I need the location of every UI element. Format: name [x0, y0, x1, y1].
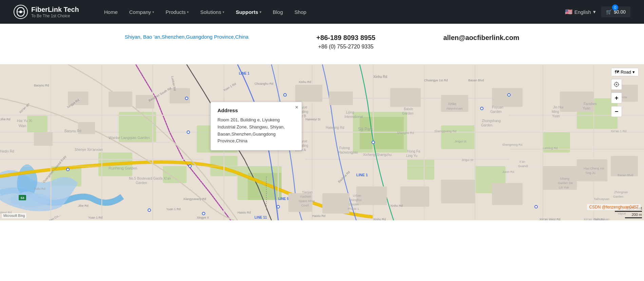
- map-type-label: Road: [621, 69, 631, 75]
- svg-text:Minghui: Minghui: [351, 198, 362, 202]
- svg-text:Xinhu Rd: Xinhu Rd: [299, 80, 311, 84]
- map-locate-button[interactable]: [611, 79, 622, 90]
- svg-text:Hong Fa: Hong Fa: [407, 149, 420, 153]
- svg-text:Haiweiyi St: Haiweiyi St: [305, 118, 321, 121]
- cart-button[interactable]: 0 🛒 $0.00: [601, 6, 630, 17]
- map-container[interactable]: S3 S3 LINE 1: [0, 64, 644, 220]
- svg-text:Zhongnan: Zhongnan: [614, 190, 628, 194]
- svg-text:LINE 5: LINE 5: [278, 197, 289, 201]
- zoom-in-button[interactable]: +: [611, 93, 622, 103]
- svg-rect-62: [34, 132, 53, 146]
- svg-text:Hao Cheng Xin: Hao Cheng Xin: [584, 167, 604, 170]
- svg-text:Fanshen: Fanshen: [584, 102, 597, 106]
- svg-text:Shenghe Rd: Shenghe Rd: [397, 131, 414, 135]
- map-type-button[interactable]: 🗺 Road ▾: [611, 68, 639, 76]
- svg-rect-68: [492, 183, 523, 205]
- contact-bar: Shiyan, Bao 'an,Shenzhen,Guangdong Provi…: [0, 24, 644, 64]
- svg-rect-56: [329, 92, 353, 105]
- svg-text:Xicheng Shangzhu: Xicheng Shangzhu: [363, 153, 392, 157]
- svg-text:Wan: Wan: [19, 124, 26, 128]
- svg-rect-59: [492, 88, 523, 107]
- svg-text:LINE 1: LINE 1: [239, 72, 250, 75]
- svg-point-177: [284, 94, 286, 96]
- logo-subtitle: To Be The 1st Choice: [31, 14, 79, 18]
- svg-text:Haiyunxuan: Haiyunxuan: [447, 107, 463, 110]
- svg-text:Leming Rd: Leming Rd: [543, 146, 558, 150]
- svg-text:Wanke Langqiao Garden: Wanke Langqiao Garden: [109, 136, 150, 140]
- svg-text:Garden: Garden: [402, 112, 413, 115]
- cart-icon: 🛒: [606, 9, 612, 15]
- svg-text:Xin'an 1 Rd: Xin'an 1 Rd: [611, 129, 626, 133]
- logo-title: FiberLink Tech: [31, 6, 79, 14]
- svg-text:LINE 11: LINE 11: [254, 216, 267, 219]
- svg-text:International: International: [344, 115, 363, 119]
- svg-text:Shengming Rd: Shengming Rd: [502, 143, 523, 146]
- nav-solutions[interactable]: Solutions ▾: [195, 6, 229, 18]
- svg-text:Xin'an West Rd: Xin'an West Rd: [539, 218, 561, 220]
- nav-blog[interactable]: Blog: [268, 6, 288, 18]
- svg-text:Garden: Garden: [613, 195, 623, 198]
- map-attribution: Microsoft Bing: [2, 213, 26, 218]
- svg-text:Yuan: Yuan: [552, 114, 560, 118]
- svg-text:Jihe Rd: Jihe Rd: [0, 118, 11, 121]
- svg-text:X'an: X'an: [519, 160, 525, 163]
- svg-text:Runheng Garden: Runheng Garden: [109, 166, 137, 170]
- svg-point-178: [372, 141, 375, 144]
- svg-point-170: [187, 131, 190, 134]
- svg-point-184: [616, 84, 617, 85]
- svg-text:LINE 1: LINE 1: [356, 173, 368, 177]
- logo[interactable]: FiberLink Tech To Be The 1st Choice: [14, 5, 79, 19]
- lang-caret: ▾: [593, 9, 596, 15]
- svg-text:Baoan Blvd: Baoan Blvd: [618, 174, 633, 177]
- svg-rect-66: [400, 186, 429, 207]
- svg-rect-57: [390, 88, 421, 107]
- svg-text:Hedin Rd: Hedin Rd: [0, 149, 14, 153]
- nav-products[interactable]: Products ▾: [161, 6, 193, 18]
- svg-rect-13: [441, 125, 475, 149]
- scale-line-feet: [615, 211, 642, 212]
- svg-text:Urban: Urban: [353, 194, 361, 197]
- svg-rect-64: [322, 193, 349, 214]
- svg-text:Yuan 1 Rd: Yuan 1 Rd: [166, 207, 181, 211]
- address-link[interactable]: Shiyan, Bao 'an,Shenzhen,Guangdong Provi…: [125, 34, 249, 40]
- svg-text:Fuilu Rd: Fuilu Rd: [34, 187, 45, 190]
- popup-close-button[interactable]: ×: [295, 105, 298, 110]
- nav-shop[interactable]: Shop: [290, 6, 311, 18]
- nav-company[interactable]: Company ▾: [125, 6, 159, 18]
- logo-icon: [14, 5, 28, 19]
- svg-text:Hai Yu Xi: Hai Yu Xi: [17, 119, 32, 123]
- svg-text:Fashion: Fashion: [300, 195, 311, 198]
- map-type-icon: 🗺: [615, 69, 619, 75]
- svg-rect-12: [407, 159, 434, 180]
- svg-text:Taihuayuan: Taihuayuan: [594, 197, 609, 201]
- svg-rect-17: [27, 115, 48, 132]
- svg-text:Garden: Garden: [136, 181, 147, 185]
- svg-text:Xingye X: Xingye X: [197, 216, 209, 219]
- popup-address: Room 201, Building e, Liyukeng Industria…: [217, 117, 295, 145]
- svg-text:Baixin: Baixin: [404, 107, 413, 111]
- popup-title: Address: [217, 107, 295, 113]
- language-selector[interactable]: 🇺🇸 English ▾: [565, 8, 596, 16]
- svg-text:Ling Yu: Ling Yu: [406, 154, 417, 158]
- nav-home[interactable]: Home: [99, 6, 122, 18]
- svg-point-179: [480, 107, 483, 110]
- svg-text:Yuan 1 Rd: Yuan 1 Rd: [88, 216, 102, 219]
- map-type-caret: ▾: [632, 69, 635, 75]
- svg-text:Jingui St: Jingui St: [461, 158, 473, 162]
- nav-supports[interactable]: Supports ▾: [231, 6, 266, 18]
- svg-text:Lin Yue: Lin Yue: [559, 186, 569, 189]
- navbar: FiberLink Tech To Be The 1st Choice Home…: [0, 0, 644, 24]
- svg-text:Baoyou Rd: Baoyou Rd: [64, 129, 81, 133]
- svg-point-172: [67, 168, 69, 171]
- svg-rect-71: [611, 156, 638, 176]
- svg-point-174: [202, 212, 205, 215]
- map-background: S3 S3 LINE 1: [0, 64, 644, 220]
- svg-point-171: [189, 165, 191, 167]
- svg-text:Chuangye 1st Rd: Chuangye 1st Rd: [424, 79, 448, 82]
- svg-text:Jin Hui: Jin Hui: [553, 105, 564, 109]
- svg-text:Guandi: Guandi: [518, 164, 528, 168]
- zoom-out-button[interactable]: −: [611, 106, 622, 117]
- scale-line-meters: [625, 217, 642, 218]
- svg-text:Xin'an West Rd: Xin'an West Rd: [584, 218, 605, 220]
- phone2: +86 (0) 755-2720 9335: [316, 44, 375, 50]
